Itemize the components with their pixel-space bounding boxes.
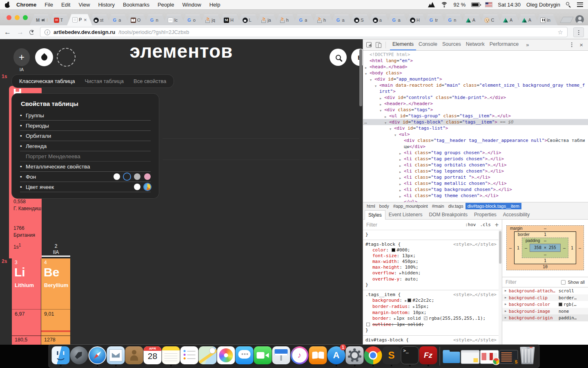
- rule-selector[interactable]: #tags-block {<style>…</style>: [365, 242, 496, 247]
- dock-filezilla[interactable]: Fz: [419, 346, 437, 366]
- dom-tree-node[interactable]: ▼<body class>: [363, 70, 588, 76]
- devtools-tab-elements[interactable]: Elements: [390, 39, 416, 50]
- menubar-user[interactable]: Oleg Dobrygin: [526, 2, 560, 8]
- dock-window-chrome[interactable]: [480, 347, 499, 366]
- dock-downloads[interactable]: [443, 346, 461, 366]
- sidebar-tab-styles[interactable]: Styles: [365, 210, 385, 220]
- close-window-button[interactable]: [7, 15, 11, 20]
- browser-tab[interactable]: in: [535, 15, 558, 25]
- expand-arrow-icon[interactable]: ▶: [394, 317, 396, 321]
- alpha-color-swatch[interactable]: [424, 316, 428, 320]
- panel-item-легенда[interactable]: •Легенда: [20, 141, 151, 151]
- new-style-rule-button[interactable]: +: [495, 221, 499, 229]
- boxmodel-margin[interactable]: margin––border11padding––358 × 255––11–1…: [506, 225, 584, 270]
- dom-tree-node[interactable]: <div class="tag__header tag__header_appe…: [363, 137, 588, 150]
- hov-toggle[interactable]: :hov: [465, 222, 476, 227]
- dom-tree-node[interactable]: ▶<header>…</header>: [363, 101, 588, 107]
- dom-tree-node[interactable]: ▶<head>…</head>: [363, 64, 588, 70]
- dom-tree-node[interactable]: ▶<li class="tag legends chosen">…</li>: [363, 168, 588, 174]
- devtools-close-button[interactable]: ×: [578, 41, 585, 48]
- expand-arrow-icon[interactable]: ▶: [413, 305, 415, 309]
- sidebar-tab-dom-breakpoints[interactable]: DOM Breakpoints: [425, 210, 471, 219]
- color-swatch[interactable]: [392, 248, 395, 252]
- menubar-item-file[interactable]: File: [40, 2, 57, 8]
- devtools-menu-icon[interactable]: [569, 42, 575, 48]
- dom-tree-node[interactable]: ▼<div id="tags-list">: [363, 125, 588, 131]
- search-button[interactable]: [330, 49, 347, 66]
- rule-source[interactable]: <style>…</style>: [453, 242, 497, 247]
- expand-arrow-icon[interactable]: ▶: [505, 296, 509, 299]
- expand-arrow-icon[interactable]: ▶: [505, 316, 509, 319]
- breadcrumb-selected[interactable]: div#tags-block.tags__item: [466, 203, 521, 209]
- panel-item-портрет-менделеева[interactable]: Портрет Менделеева: [20, 151, 151, 162]
- dom-tree-node[interactable]: ▶<li class="tag background chosen">…</li…: [363, 186, 588, 193]
- dock-contacts[interactable]: [125, 346, 143, 366]
- dock-reminders[interactable]: [180, 346, 198, 366]
- styles-scrollbar[interactable]: [499, 230, 502, 345]
- mountain-status-icon[interactable]: [428, 2, 435, 7]
- color-swatch[interactable]: [144, 173, 151, 180]
- dock-trash[interactable]: [519, 346, 537, 366]
- bookmark-star-icon[interactable]: ☆: [558, 29, 563, 36]
- battery-icon[interactable]: [471, 2, 480, 7]
- css-property[interactable]: margin-bottom: 10px;: [365, 310, 496, 316]
- panel-item-цвет-ячеек[interactable]: •Цвет ячеек: [20, 182, 151, 192]
- dom-tree-node[interactable]: ▶<li class="tag metallic chosen">…</li>: [363, 180, 588, 186]
- computed-property[interactable]: ▶background-originpaddin…: [502, 314, 588, 321]
- styles-filter-input[interactable]: Filter: [366, 222, 377, 228]
- css-property[interactable]: border: ▶1px solid rgba(255,255,255,.1);: [365, 316, 496, 322]
- sidebar-tab-event-listeners[interactable]: Event Listeners: [385, 210, 426, 219]
- property-checkbox[interactable]: [366, 323, 370, 326]
- menubar-clock[interactable]: Sat 14:30: [498, 2, 521, 8]
- omnibox[interactable]: i artlebedev.dev.design.ru/tools/periodi…: [40, 27, 568, 37]
- view-tab-чистая-таблица[interactable]: Чистая таблица: [85, 78, 124, 84]
- css-property[interactable]: overflow-y: auto;: [365, 276, 496, 282]
- boxmodel-border[interactable]: border11padding––358 × 255––11: [514, 231, 576, 264]
- devtools-tab-performance[interactable]: Performance: [487, 39, 521, 50]
- panel-item-металлические-свойства[interactable]: •Металлические свойства: [20, 162, 151, 172]
- wifi-icon[interactable]: [441, 2, 448, 7]
- sidebar-tab-accessibility[interactable]: Accessibility: [500, 210, 533, 219]
- menubar-item-edit[interactable]: Edit: [57, 2, 74, 8]
- rule-source[interactable]: <style>…</style>: [453, 337, 497, 343]
- rule-selector[interactable]: div#tags-block {<style>…</style>: [365, 337, 496, 343]
- page-scrollbar-thumb[interactable]: [359, 49, 362, 106]
- liquid-filter-button[interactable]: [35, 48, 53, 66]
- dock-window-light[interactable]: [461, 347, 480, 366]
- color-swatch[interactable]: [114, 173, 120, 180]
- expand-arrow-icon[interactable]: ▼: [375, 83, 376, 90]
- menubar-item-bookmarks[interactable]: Bookmarks: [119, 2, 154, 8]
- menubar-item-chrome[interactable]: Chrome: [12, 2, 40, 8]
- css-property[interactable]: outline: 1px solid;: [365, 322, 496, 328]
- zoom-window-button[interactable]: [23, 15, 28, 20]
- dock-mail[interactable]: [107, 346, 125, 366]
- dock-launchpad[interactable]: [70, 346, 88, 366]
- dom-tree-node[interactable]: ▶<ul id="tags-group" class="tags__item">…: [363, 113, 588, 119]
- dom-tree-node[interactable]: <html lang="en">: [363, 58, 588, 64]
- devtools-tab-sources[interactable]: Sources: [440, 39, 463, 50]
- profile-avatar[interactable]: [575, 15, 584, 24]
- dock-chrome[interactable]: [364, 346, 382, 366]
- add-button[interactable]: +: [13, 48, 30, 66]
- tab-close-icon[interactable]: ×: [84, 17, 87, 23]
- color-swatch[interactable]: [124, 173, 130, 180]
- dom-tree-node[interactable]: …▼<div id="tags-block" class="tags__item…: [363, 119, 588, 125]
- expand-arrow-icon[interactable]: ▶: [505, 303, 509, 306]
- dock-facetime[interactable]: [254, 346, 272, 366]
- expand-arrow-icon[interactable]: ▶: [505, 289, 509, 292]
- menubar-item-view[interactable]: View: [74, 2, 94, 8]
- dom-tree-node[interactable]: ▶<div id="controls" class="hide-print">……: [363, 94, 588, 101]
- dock-window-dark[interactable]: [499, 347, 518, 366]
- dom-tree-node[interactable]: ▶<li class="tag periods chosen">…</li>: [363, 156, 588, 162]
- css-property[interactable]: background: ▶#2c2c2c;: [365, 298, 496, 304]
- reload-button[interactable]: [29, 30, 34, 35]
- devtools-tab-network[interactable]: Network: [463, 39, 487, 50]
- breadcrumb--app-mountpoint[interactable]: #app_mountpoint: [391, 203, 430, 209]
- breadcrumb-body[interactable]: body: [377, 203, 391, 209]
- css-property[interactable]: border-radius: ▶15px;: [365, 304, 496, 310]
- dom-tree-node[interactable]: ▼<div id="app_mountpoint">: [363, 76, 588, 82]
- browser-menu-button[interactable]: [573, 27, 584, 37]
- color-swatch[interactable]: [134, 184, 140, 190]
- dock-sublime[interactable]: S: [383, 346, 401, 366]
- more-tabs-button[interactable]: »: [524, 42, 530, 48]
